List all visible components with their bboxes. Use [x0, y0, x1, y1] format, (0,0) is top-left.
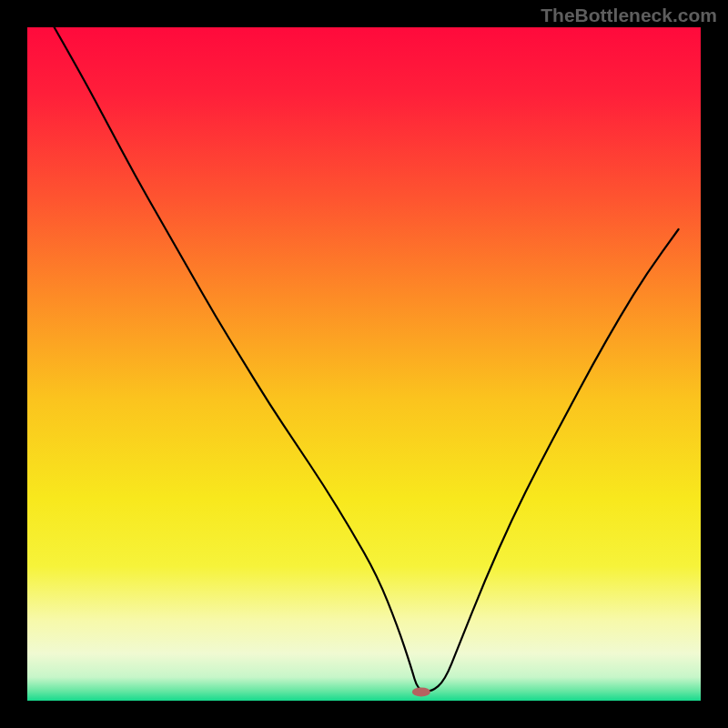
chart-frame: TheBottleneck.com — [0, 0, 728, 728]
watermark-text: TheBottleneck.com — [541, 5, 717, 26]
plot-area — [27, 27, 701, 701]
bottleneck-curve — [27, 27, 701, 701]
